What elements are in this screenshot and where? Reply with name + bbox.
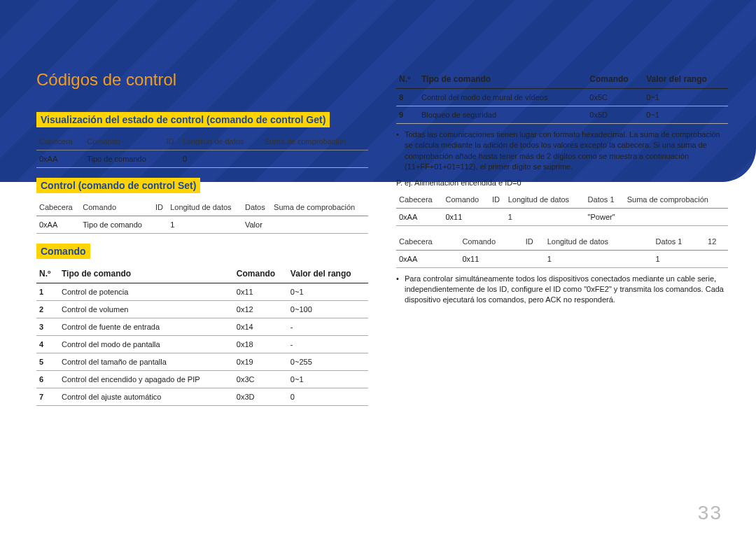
cmd-no: 9 (396, 106, 419, 124)
td: 0xAA (396, 208, 442, 225)
td: 0xAA (396, 250, 459, 267)
table-row: 9Bloqueo de seguridad0x5D0~1 (396, 106, 728, 124)
cmd-range: 0~255 (288, 353, 368, 371)
cmd-tipo: Control del ajuste automático (59, 388, 234, 406)
table-row: 1Control de potencia0x110~1 (36, 283, 368, 301)
page-number: 33 (698, 502, 722, 524)
th: Longitud de datos (167, 199, 242, 216)
th: Comando (84, 133, 163, 150)
th: Suma de comprobación (262, 133, 368, 150)
section-set-title: Control (comando de control Set) (36, 178, 200, 193)
cmd-tipo: Bloqueo de seguridad (419, 106, 587, 124)
cmd-range: 0~1 (288, 283, 368, 301)
td (153, 216, 167, 234)
td (489, 208, 505, 225)
cmd-code: 0x14 (234, 318, 288, 336)
td: 1 (653, 250, 706, 267)
note-broadcast: Para controlar simultáneamente todos los… (396, 274, 728, 306)
td: 0x11 (442, 208, 489, 225)
th-tipo: Tipo de comando (419, 70, 587, 89)
th: Longitud de datos (505, 191, 585, 209)
commands-table-left: N.º Tipo de comando Comando Valor del ra… (36, 265, 368, 406)
example-table-2: Cabecera Comando ID Longitud de datos Da… (396, 233, 728, 268)
td: Tipo de comando (84, 150, 163, 168)
table-row: 8Control del modo de mural de vídeos0x5C… (396, 89, 728, 106)
cmd-code: 0x5D (587, 106, 643, 124)
td: Tipo de comando (80, 216, 153, 234)
commands-table-right: N.º Tipo de comando Comando Valor del ra… (396, 70, 728, 124)
th: Cabecera (36, 199, 80, 216)
th: Suma de comprobación (624, 191, 728, 209)
page-content: Códigos de control Visualización del est… (0, 0, 756, 406)
th: Datos (242, 199, 271, 216)
cmd-no: 7 (36, 388, 59, 406)
cmd-code: 0x11 (234, 283, 288, 301)
note-hex: Todas las comunicaciones tienen lugar co… (396, 129, 728, 173)
table-row: 4Control del modo de pantalla0x18- (36, 336, 368, 353)
cmd-tipo: Control de fuente de entrada (59, 318, 234, 336)
th: Cabecera (396, 191, 442, 209)
section-get-title: Visualización del estado de control (com… (36, 112, 330, 127)
cmd-no: 6 (36, 371, 59, 388)
th: Comando (442, 191, 489, 209)
td: 0xAA (36, 216, 80, 234)
cmd-code: 0x5C (587, 89, 643, 106)
cmd-range: 0~100 (288, 301, 368, 318)
cmd-code: 0x3C (234, 371, 288, 388)
td (164, 150, 180, 168)
cmd-no: 1 (36, 283, 59, 301)
td (271, 216, 368, 234)
right-column: N.º Tipo de comando Comando Valor del ra… (396, 0, 728, 406)
th-no: N.º (36, 265, 59, 283)
th: ID (489, 191, 505, 209)
cmd-tipo: Control del tamaño de pantalla (59, 353, 234, 371)
th: ID (523, 233, 545, 251)
cmd-tipo: Control del modo de mural de vídeos (419, 89, 587, 106)
cmd-no: 3 (36, 318, 59, 336)
cmd-no: 8 (396, 89, 419, 106)
td: 0x11 (459, 250, 522, 267)
cmd-code: 0x3D (234, 388, 288, 406)
cmd-range: 0~1 (288, 371, 368, 388)
td (262, 150, 368, 168)
th: Cabecera (396, 233, 459, 251)
cmd-code: 0x18 (234, 336, 288, 353)
th-no: N.º (396, 70, 419, 89)
left-column: Códigos de control Visualización del est… (36, 0, 368, 406)
section-cmd-title: Comando (36, 244, 90, 259)
cmd-range: 0 (288, 388, 368, 406)
cmd-no: 4 (36, 336, 59, 353)
cmd-range: 0~1 (643, 89, 728, 106)
td (624, 208, 728, 225)
th-cmd: Comando (587, 70, 643, 89)
th-rango: Valor del rango (288, 265, 368, 283)
cmd-no: 5 (36, 353, 59, 371)
cmd-range: 0~1 (643, 106, 728, 124)
set-packet-table: Cabecera Comando ID Longitud de datos Da… (36, 199, 368, 234)
th: Comando (80, 199, 153, 216)
table-row: 5Control del tamaño de pantalla0x190~255 (36, 353, 368, 371)
th-cmd: Comando (234, 265, 288, 283)
th-rango: Valor del rango (643, 70, 728, 89)
td: 0 (180, 150, 262, 168)
th: Comando (459, 233, 522, 251)
example-label: P. ej. Alimentación encendida e ID=0 (396, 178, 728, 187)
td: Valor (242, 216, 271, 234)
th: Suma de comprobación (271, 199, 368, 216)
td: 1 (545, 250, 653, 267)
get-packet-table: Cabecera Comando ID Longitud de datos Su… (36, 133, 368, 168)
cmd-code: 0x19 (234, 353, 288, 371)
page-title: Códigos de control (36, 70, 368, 90)
th: Longitud de datos (180, 133, 262, 150)
td: 0xAA (36, 150, 84, 168)
th: Datos 1 (653, 233, 706, 251)
cmd-tipo: Control del modo de pantalla (59, 336, 234, 353)
example-table-1: Cabecera Comando ID Longitud de datos Da… (396, 191, 728, 226)
cmd-tipo: Control de potencia (59, 283, 234, 301)
table-row: 6Control del encendido y apagado de PIP0… (36, 371, 368, 388)
td: "Power" (585, 208, 624, 225)
td (523, 250, 545, 267)
td: 1 (505, 208, 585, 225)
th: Datos 1 (585, 191, 624, 209)
th: Longitud de datos (545, 233, 653, 251)
